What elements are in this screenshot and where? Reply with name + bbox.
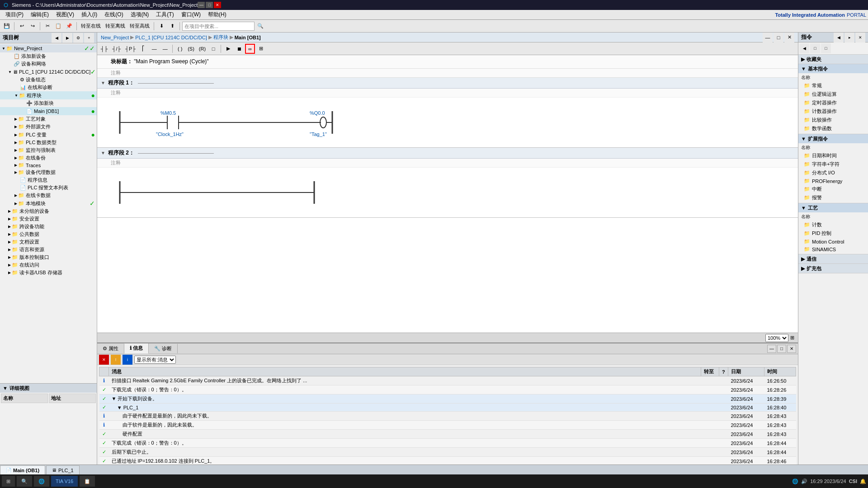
online-button[interactable]: 转至在线 (79, 21, 103, 31)
arrow-security[interactable]: ▶ (8, 217, 11, 221)
network-1-header[interactable]: ▼ 程序段 1： —————————————— (97, 78, 798, 89)
tree-item-cross-dev[interactable]: ▶📁跨设备功能 (0, 223, 97, 230)
rp-item-count[interactable]: 📁计数 (798, 221, 868, 229)
redo-button[interactable]: ↪ (28, 21, 38, 31)
breadcrumb-part-0[interactable]: New_Project (101, 35, 129, 40)
tree-item-online-backup[interactable]: ▶📁在线备份 (0, 154, 97, 162)
arrow-online-backup[interactable]: ▶ (14, 156, 17, 160)
rp-item-pid[interactable]: 📁PID 控制 (798, 229, 868, 238)
tree-settings-button[interactable]: ⚙ (73, 33, 83, 43)
browser-button[interactable]: 🌐 (34, 476, 49, 487)
tab-plc1[interactable]: 🖥 PLC_1 (46, 465, 80, 474)
menu-item-options[interactable]: 选项(N) (127, 10, 153, 19)
tree-item-local-modules[interactable]: ▶📁在线卡数据 (0, 192, 97, 199)
arrow-common-data[interactable]: ▶ (8, 232, 11, 236)
search-button[interactable]: 🔍 (255, 21, 265, 31)
rp-item-interrupt[interactable]: 📁中断 (798, 185, 868, 193)
tree-item-online-access[interactable]: ▶📁在线访问 (0, 261, 97, 269)
editor-close-button[interactable]: ✕ (784, 33, 794, 42)
menu-item-tools[interactable]: 工具(T) (152, 10, 177, 19)
message-row-0[interactable]: ℹ 扫描接口 Realtek Gaming 2.5GbE Family Cont… (99, 376, 796, 385)
rp-item-datetime[interactable]: 📁日期和时间 (798, 151, 868, 160)
special-button-highlighted[interactable]: ∞ (245, 44, 255, 54)
empty-box-button[interactable]: □ (208, 44, 218, 54)
menu-item-view[interactable]: 视图(V) (52, 10, 78, 19)
tia-taskbar-button[interactable]: TIA V16 (51, 476, 78, 487)
tree-item-device-net[interactable]: 🔗设备和网络 (0, 60, 97, 68)
tree-item-device-data[interactable]: ▶📁设备代理数据 (0, 169, 97, 176)
message-row-2[interactable]: ✓ ▼ 开始下载到设备。 2023/6/24 16:28:39 (99, 394, 796, 404)
rp-item-distributed[interactable]: 📁分布式 I/O (798, 169, 868, 177)
arrow-ext-src[interactable]: ▶ (14, 125, 17, 129)
rp-item-bitlogic[interactable]: 📁位逻辑运算 (798, 90, 868, 99)
arrow-monitor[interactable]: ▶ (14, 148, 17, 152)
msg-clear-button[interactable]: ✕ (99, 355, 109, 365)
rp-ext-header[interactable]: ▶ 扩充包 (798, 264, 868, 273)
tree-item-ungrouped[interactable]: ▶📁未分组的设备 (0, 207, 97, 215)
coil-reset-button[interactable]: (R) (197, 44, 208, 54)
tree-item-security[interactable]: ▶📁安全设置 (0, 215, 97, 223)
coil-button[interactable]: ( ) (175, 44, 185, 54)
tree-item-doc-settings[interactable]: ▶📁文档设置 (0, 238, 97, 246)
other-taskbar-button[interactable]: 📋 (80, 476, 95, 487)
tree-item-prog-blocks[interactable]: ▼📁程序块● (0, 91, 97, 99)
tree-item-plc-types[interactable]: ▶📁PLC 数据类型 (0, 139, 97, 146)
rp-basic-header[interactable]: ▼ 基本指令 (798, 64, 868, 73)
arrow-plc-var[interactable]: ▶ (14, 133, 17, 137)
detail-header[interactable]: ▼ 详细视图 (0, 384, 97, 393)
tree-item-local-mod2[interactable]: ▶📁本地模块✓ (0, 199, 97, 207)
rp-item-profi[interactable]: 📁PROFIenergy (798, 177, 868, 185)
cut-button[interactable]: ✂ (42, 21, 52, 31)
tree-item-prog-info[interactable]: 📄程序信息 (0, 176, 97, 184)
contact-pos-button[interactable]: ┤P├ (123, 44, 137, 54)
message-row-6[interactable]: ✓ 硬件配置 2023/6/24 16:28:43 (99, 430, 796, 439)
rp-extended-header[interactable]: ▼ 扩展指令 (798, 134, 868, 143)
run-button[interactable]: ▶ (223, 44, 233, 54)
breadcrumb-part-2[interactable]: 程序块 (213, 34, 228, 41)
other-button[interactable]: ⊞ (256, 44, 266, 54)
download-button[interactable]: ⬇ (156, 21, 166, 31)
rp-close-button[interactable]: ✕ (855, 33, 865, 42)
arrow-local-modules[interactable]: ▶ (14, 193, 17, 197)
rp-opt-btn-3[interactable]: □ (821, 43, 831, 53)
tree-item-device-cfg[interactable]: ⚙设备组态 (0, 76, 97, 84)
arrow-ungrouped[interactable]: ▶ (8, 209, 11, 213)
undo-button[interactable]: ↩ (17, 21, 27, 31)
tree-item-lang-resources[interactable]: ▶📁语言和资源 (0, 246, 97, 253)
open-branch-button[interactable]: ⎡ (138, 44, 148, 54)
message-row-7[interactable]: ✓ 下载完成（错误：0；警告：0）。 2023/6/24 16:28:44 (99, 439, 796, 448)
minimize-button[interactable]: — (198, 2, 205, 8)
arrow-tech-obj[interactable]: ▶ (14, 117, 17, 121)
rp-opt-btn-1[interactable]: ◀ (799, 43, 809, 53)
tree-item-online-diag[interactable]: 📊在线和诊断 (0, 84, 97, 91)
coil-set-button[interactable]: (S) (186, 44, 196, 54)
tree-add-button[interactable]: + (84, 33, 94, 43)
props-undock-button[interactable]: — (767, 345, 776, 353)
arrow-card-reader[interactable]: ▶ (8, 271, 11, 275)
rp-comm-header[interactable]: ▶ 通信 (798, 254, 868, 263)
rp-item-motion[interactable]: 📁Motion Control (798, 238, 868, 245)
tree-item-common-data[interactable]: ▶📁公共数据 (0, 230, 97, 238)
props-tab-properties[interactable]: ⚙ 属性 (97, 344, 124, 353)
arrow-prog-blocks[interactable]: ▼ (14, 94, 18, 98)
arrow-plc1[interactable]: ▼ (8, 70, 12, 74)
rp-float-button[interactable]: ▸ (844, 33, 854, 42)
rp-tech-header[interactable]: ▼ 工艺 (798, 203, 868, 212)
rp-item-counter[interactable]: 📁计数器操作 (798, 107, 868, 116)
props-float-button[interactable]: □ (777, 345, 786, 353)
message-row-1[interactable]: ✓ 下载完成（错误：0；警告：0）。 2023/6/24 16:28:26 (99, 385, 796, 394)
msg-warning-button[interactable]: ! (111, 355, 121, 365)
rp-opt-btn-2[interactable]: □ (810, 43, 820, 53)
breadcrumb-part-1[interactable]: PLC_1 [CPU 1214C DC/DC/DC] (135, 35, 207, 40)
rp-item-alarm[interactable]: 📁报警 (798, 193, 868, 202)
arrow-device-data[interactable]: ▶ (14, 170, 17, 174)
message-row-3[interactable]: ✓ ▼ PLC_1 2023/6/24 16:28:40 (99, 404, 796, 412)
editor-restore-button[interactable]: □ (774, 33, 783, 42)
tree-item-add-device[interactable]: 📋添加新设备 (0, 52, 97, 60)
arrow-doc-settings[interactable]: ▶ (8, 240, 11, 244)
tree-item-add-block[interactable]: ➕添加新块 (0, 99, 97, 107)
rp-item-timer[interactable]: 📁定时器操作 (798, 99, 868, 107)
menu-item-online[interactable]: 在线(O) (101, 10, 127, 19)
paste-button[interactable]: 📌 (64, 21, 74, 31)
search-taskbar-button[interactable]: 🔍 (17, 476, 32, 487)
